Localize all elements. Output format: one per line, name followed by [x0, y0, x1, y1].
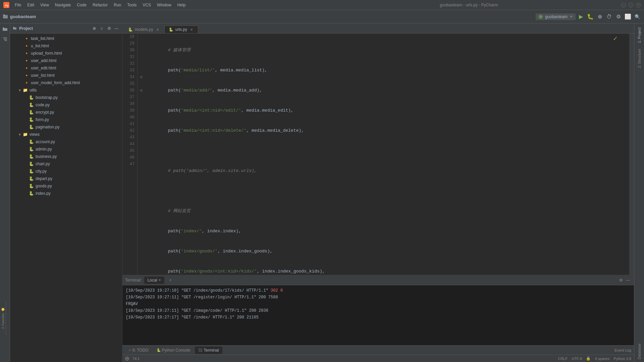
tree-item-goods-py[interactable]: 🐍 goods.py	[10, 182, 122, 190]
tab-terminal[interactable]: ⬛ Terminal	[195, 347, 222, 354]
tree-item-label: user_list.html	[31, 73, 55, 78]
tree-item-u-list-html[interactable]: 🔸 u_list.html	[10, 42, 122, 50]
tree-item-label: views	[30, 132, 40, 137]
tree-item-label: account.py	[36, 139, 55, 144]
favorites-label[interactable]: ⭐	[1, 308, 5, 312]
tree-item-chart-py[interactable]: 🐍 chart.py	[10, 160, 122, 168]
search-everywhere-button[interactable]: 🔍	[633, 13, 641, 21]
terminal-add-button[interactable]: +	[166, 277, 175, 284]
build-button[interactable]: ⚙	[614, 13, 623, 21]
coverage-button[interactable]: ⊕	[596, 13, 604, 21]
locate-file-icon[interactable]: ⊕	[91, 25, 97, 32]
editor-wrapper: 🐍 models.py ✕ 🐍 urls.py ✕ ✓ 28 29 30	[122, 23, 634, 362]
tree-item-form-py[interactable]: 🐍 form.py	[10, 116, 122, 123]
menu-tools[interactable]: Tools	[124, 2, 139, 8]
tree-item-index-py[interactable]: 🐍 index.py	[10, 190, 122, 197]
status-python-version[interactable]: Python 3.8	[613, 357, 631, 361]
settings-icon[interactable]: ⚙	[106, 25, 112, 32]
menu-file[interactable]: File	[12, 2, 24, 8]
tree-item-utils-folder[interactable]: ▼ 📁 utils	[10, 86, 122, 94]
tree-item-bootstrap-py[interactable]: 🐍 bootstrap.py	[10, 94, 122, 101]
code-line-34: # path('admin/', admin.site.urls),	[147, 168, 627, 174]
vcs-icon[interactable]	[125, 357, 129, 361]
maximize-button[interactable]: □	[629, 3, 633, 7]
status-encoding[interactable]: UTF-8	[572, 357, 582, 361]
menu-edit[interactable]: Edit	[24, 2, 37, 8]
minimize-button[interactable]: —	[621, 3, 626, 7]
tab-models-py[interactable]: 🐍 models.py ✕	[124, 25, 164, 33]
status-line-ending[interactable]: CRLF	[558, 357, 568, 361]
svg-marker-5	[540, 16, 542, 18]
tree-item-upload-form-html[interactable]: 🔸 upload_form.html	[10, 50, 122, 57]
tree-item-code-py[interactable]: 🐍 code.py	[10, 101, 122, 109]
toolbar: guobaoteam guobaoteam ▼ ▶ 🐛 ⊕ ⏱ ⚙ ⬜ 🔍	[0, 10, 644, 23]
stop-button[interactable]: ⬜	[624, 13, 632, 21]
tree-item-depart-py[interactable]: 🐍 depart.py	[10, 175, 122, 182]
folder-arrow-icon: ▼	[17, 88, 22, 92]
local-tab-close[interactable]: ✕	[158, 278, 161, 282]
menu-window[interactable]: Window	[154, 2, 174, 8]
right-tab-database[interactable]: Database	[637, 341, 642, 362]
right-tab-structure[interactable]: 2: Structure	[637, 46, 642, 71]
code-gutter: ◁ ◁	[138, 34, 144, 275]
tree-item-user-add-html[interactable]: 🔸 user_add.html	[10, 57, 122, 64]
tree-item-user-model-form-html[interactable]: 🔸 user_model_form_add.html	[10, 79, 122, 86]
tree-item-user-edit-html[interactable]: 🔸 user_edit.html	[10, 64, 122, 72]
html-file-icon: 🔸	[23, 58, 30, 64]
terminal-settings-icon[interactable]: ⚙	[618, 277, 624, 283]
tab-urls-py[interactable]: 🐍 urls.py ✕	[164, 25, 198, 33]
menu-vcs[interactable]: VCS	[140, 2, 154, 8]
tree-item-label: depart.py	[36, 176, 52, 181]
code-content[interactable]: # 媒体管理 path('media/list/', media.media_l…	[144, 34, 629, 275]
menu-help[interactable]: Help	[175, 2, 189, 8]
py-file-icon: 🐍	[28, 183, 34, 189]
tab-label: urls.py	[175, 27, 187, 32]
code-editor[interactable]: 28 29 30 31 32 33 34 35 36 37 38 39 40 4…	[122, 34, 634, 275]
menu-run[interactable]: Run	[111, 2, 124, 8]
code-line-36: # 网站首页	[147, 208, 627, 215]
tree-item-encrypt-py[interactable]: 🐍 encrypt.py	[10, 109, 122, 116]
tree-item-account-py[interactable]: 🐍 account.py	[10, 138, 122, 145]
tree-item-label: city.py	[36, 169, 47, 174]
py-file-icon: 🐍	[28, 109, 34, 115]
tab-close-models[interactable]: ✕	[155, 27, 160, 32]
tree-item-label: goods.py	[36, 184, 52, 188]
tree-item-task-list-html[interactable]: 🔸 task_list.html	[10, 35, 122, 42]
terminal-hide-icon[interactable]: —	[625, 277, 631, 283]
menu-view[interactable]: View	[38, 2, 52, 8]
menu-refactor[interactable]: Refactor	[90, 2, 110, 8]
svg-rect-12	[13, 27, 14, 28]
main-layout: Project ⊕ ≡ ⚙ — 🔸 task_list.html 🔸 u_lis…	[0, 23, 644, 362]
run-configuration[interactable]: guobaoteam ▼	[536, 13, 576, 20]
tab-todo[interactable]: ✓ 6: TODO	[125, 347, 152, 354]
status-indent[interactable]: 4 spaces	[595, 357, 609, 361]
window-controls: — □ ✕	[621, 3, 641, 7]
close-button[interactable]: ✕	[636, 3, 641, 7]
tree-item-views-folder[interactable]: ▼ 📁 views	[10, 131, 122, 138]
editor-scrollbar[interactable]	[629, 34, 634, 275]
tree-item-label: user_add.html	[31, 58, 56, 63]
menu-code[interactable]: Code	[74, 2, 89, 8]
terminal-content[interactable]: [10/Sep/2023 19:27:10] "GET /index/goods…	[122, 285, 634, 345]
favorites-tab-label[interactable]: 2: Favorites	[1, 313, 5, 329]
right-tab-project[interactable]: 1: Project	[637, 25, 642, 46]
profile-button[interactable]: ⏱	[605, 13, 613, 21]
sidebar-item-structure[interactable]	[0, 35, 10, 44]
tree-item-admin-py[interactable]: 🐍 admin.py	[10, 145, 122, 153]
terminal-tab-local[interactable]: Local ✕	[144, 277, 165, 284]
run-button[interactable]: ▶	[577, 13, 585, 21]
menu-navigate[interactable]: Navigate	[52, 2, 73, 8]
tree-item-business-py[interactable]: 🐍 business.py	[10, 153, 122, 160]
tab-python-console[interactable]: 🐍 Python Console	[153, 347, 194, 354]
sidebar-item-project[interactable]	[0, 25, 10, 34]
event-log-link[interactable]: Event Log	[614, 348, 631, 352]
collapse-all-icon[interactable]: ≡	[99, 25, 105, 32]
tree-item-pagination-py[interactable]: 🐍 pagination.py	[10, 123, 122, 131]
tree-item-city-py[interactable]: 🐍 city.py	[10, 168, 122, 175]
file-tree: 🔸 task_list.html 🔸 u_list.html 🔸 upload_…	[10, 34, 122, 362]
tree-item-user-list-html[interactable]: 🔸 user_list.html	[10, 72, 122, 79]
tab-close-urls[interactable]: ✕	[189, 27, 194, 32]
hide-panel-icon[interactable]: —	[113, 25, 119, 32]
status-position[interactable]: 74:1	[132, 357, 140, 361]
debug-button[interactable]: 🐛	[586, 13, 594, 21]
